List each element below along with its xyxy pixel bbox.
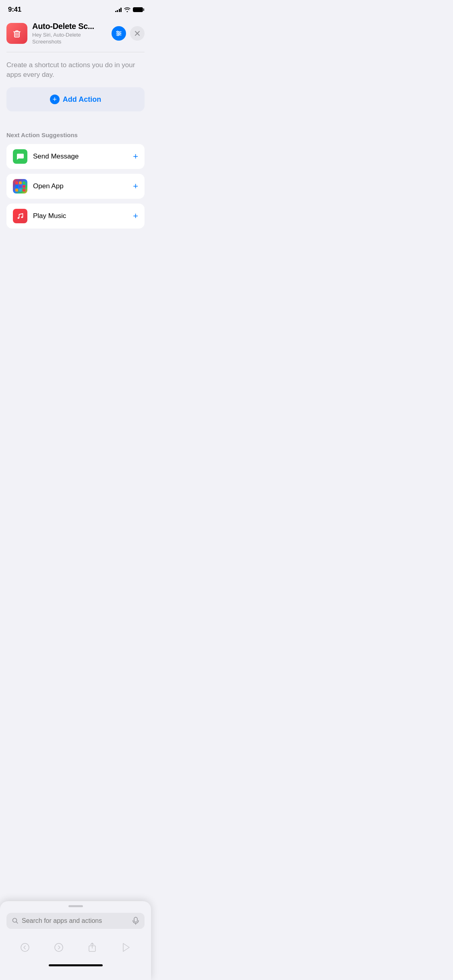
shortcut-header: Auto-Delete Sc... Hey Siri, Auto-Delete …	[0, 17, 151, 52]
add-action-button[interactable]: + Add Action	[6, 87, 145, 111]
send-message-add-icon[interactable]: +	[133, 152, 138, 161]
play-music-add-icon[interactable]: +	[133, 212, 138, 220]
close-icon	[134, 31, 140, 36]
status-time: 9:41	[8, 6, 21, 14]
suggestions-title: Next Action Suggestions	[6, 132, 145, 138]
description-text: Create a shortcut to actions you do in y…	[6, 60, 145, 80]
suggestion-play-music[interactable]: Play Music +	[6, 204, 145, 229]
openapp-grid-icon	[15, 181, 25, 191]
trash-icon	[11, 28, 23, 39]
shortcut-subtitle: Hey Siri, Auto-Delete Screenshots	[32, 32, 107, 45]
svg-point-8	[117, 31, 118, 33]
svg-point-14	[21, 216, 23, 218]
close-button[interactable]	[130, 26, 145, 41]
music-note-icon	[16, 212, 25, 220]
add-action-label: Add Action	[63, 95, 101, 104]
header-actions	[112, 26, 145, 41]
wifi-icon	[124, 7, 130, 12]
signal-icon	[115, 7, 122, 12]
open-app-icon	[13, 179, 27, 194]
main-content: Create a shortcut to actions you do in y…	[0, 52, 151, 240]
suggestions-section: Next Action Suggestions Send Message +	[6, 132, 145, 229]
play-music-label: Play Music	[33, 212, 127, 220]
send-message-label: Send Message	[33, 152, 127, 161]
suggestion-open-app[interactable]: Open App +	[6, 174, 145, 199]
sliders-icon	[115, 30, 122, 37]
settings-button[interactable]	[112, 26, 126, 41]
shortcut-app-icon	[6, 23, 27, 44]
suggestion-send-message[interactable]: Send Message +	[6, 144, 145, 169]
open-app-label: Open App	[33, 182, 127, 190]
svg-point-13	[18, 217, 19, 219]
message-bubble-icon	[16, 152, 25, 161]
shortcut-title-group: Auto-Delete Sc... Hey Siri, Auto-Delete …	[32, 22, 107, 45]
battery-icon	[133, 7, 143, 12]
status-icons	[115, 7, 143, 12]
svg-point-10	[117, 35, 119, 36]
svg-point-9	[119, 33, 120, 35]
open-app-add-icon[interactable]: +	[133, 182, 138, 191]
add-action-plus-icon: +	[50, 95, 60, 104]
music-app-icon	[13, 209, 27, 223]
shortcut-title: Auto-Delete Sc...	[32, 22, 107, 31]
messages-app-icon	[13, 149, 27, 164]
header-divider	[6, 52, 145, 52]
status-bar: 9:41	[0, 0, 151, 17]
